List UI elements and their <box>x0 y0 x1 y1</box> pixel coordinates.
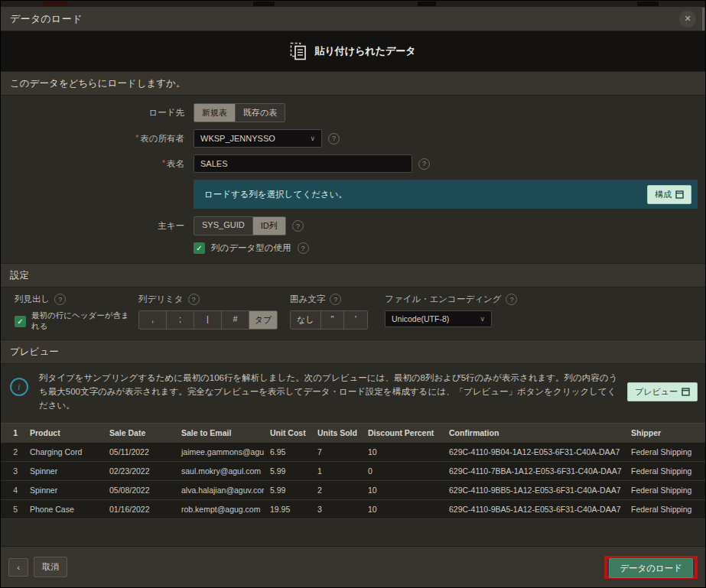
dialog-title-bar: データのロード ✕ <box>1 7 705 31</box>
col-discount-percent: Discount Percent <box>362 424 443 442</box>
pasted-data-label: 貼り付けられたデータ <box>314 44 415 58</box>
use-column-types-label: 列のデータ型の使用 <box>211 242 291 254</box>
back-button[interactable]: ‹ <box>8 558 28 577</box>
preview-button[interactable]: プレビュー <box>627 382 698 401</box>
preview-info-text: 列タイプをサンプリングするために最初の106行を解析しました。次のプレビューには… <box>39 372 620 412</box>
table-owner-label: *表の所有者 <box>1 133 184 145</box>
required-marker: * <box>162 158 165 167</box>
encoding-label: ファイル・エンコーディング <box>385 294 501 305</box>
col-units-sold: Units Sold <box>311 424 362 442</box>
background-fragment <box>637 2 659 6</box>
table-owner-row: *表の所有者 WKSP_JENNYSSO ∨ ? <box>1 129 705 148</box>
first-row-header-label: 最初の行にヘッダーが含まれる <box>31 310 131 332</box>
sys-guid-option[interactable]: SYS_GUID <box>194 217 253 235</box>
table-name-row: *表名 ? <box>1 154 705 173</box>
scrollbar-fragment <box>702 8 704 31</box>
delimiter-help-icon[interactable]: ? <box>188 294 200 305</box>
background-fragment <box>253 2 275 6</box>
settings-form: 列見出し ? ✓ 最初の行にヘッダーが含まれる 列デリミタ ? , ; | # … <box>1 288 705 339</box>
preview-info: i 列タイプをサンプリングするために最初の106行を解析しました。次のプレビュー… <box>1 364 705 418</box>
load-data-dialog: データのロード ✕ 貼り付けられたデータ このデータをどちらにロードしますか。 … <box>0 0 706 588</box>
delimiter-hash[interactable]: # <box>222 311 249 329</box>
delimiter-group: 列デリミタ ? , ; | # タブ <box>138 294 278 332</box>
primary-key-toggle: SYS_GUID ID列 <box>194 216 286 236</box>
load-destination-form: ロード先 新規表 既存の表 *表の所有者 WKSP_JENNYSSO ∨ ? *… <box>1 96 705 263</box>
encoding-select[interactable]: Unicode(UTF-8) ∨ <box>385 310 492 327</box>
load-destination-heading: このデータをどちらにロードしますか。 <box>1 71 705 96</box>
column-header-group: 列見出し ? ✓ 最初の行にヘッダーが含まれる <box>15 294 131 332</box>
cancel-button[interactable]: 取消 <box>34 557 67 577</box>
primary-key-label: 主キー <box>1 220 184 232</box>
notice-message: ロードする列を選択してください。 <box>204 189 347 200</box>
table-name-help-icon[interactable]: ? <box>418 158 430 170</box>
preview-heading: プレビュー <box>1 339 705 364</box>
delimiter-comma[interactable]: , <box>139 311 167 329</box>
use-column-types-row: ✓ 列のデータ型の使用 ? <box>1 242 705 254</box>
dialog-footer: ‹ 取消 データのロード <box>1 546 705 587</box>
configure-dialog-icon <box>675 190 684 199</box>
preview-table: 1 Product Sale Date Sale to Email Unit C… <box>1 423 705 519</box>
empty-area <box>1 519 705 546</box>
info-icon: i <box>10 378 28 396</box>
pasted-data-banner: 貼り付けられたデータ <box>1 31 705 71</box>
enclosure-none[interactable]: なし <box>291 311 321 329</box>
enclosure-group: 囲み文字 ? なし " ' <box>290 294 368 332</box>
table-owner-help-icon[interactable]: ? <box>328 133 340 145</box>
red-highlight-annotation: データのロード <box>604 556 698 579</box>
delimiter-tab[interactable]: タブ <box>249 311 277 329</box>
chevron-down-icon: ∨ <box>301 135 315 142</box>
close-icon[interactable]: ✕ <box>679 11 696 28</box>
pasted-data-icon <box>290 42 307 60</box>
column-header-help-icon[interactable]: ? <box>54 294 66 305</box>
delimiter-label: 列デリミタ <box>138 294 184 305</box>
encoding-group: ファイル・エンコーディング ? Unicode(UTF-8) ∨ <box>385 294 517 332</box>
table-name-input[interactable] <box>194 154 412 173</box>
table-row: 4 Spinner 05/08/2022 alva.halajian@aguv.… <box>1 481 705 500</box>
new-table-option[interactable]: 新規表 <box>194 104 236 122</box>
enclosure-toggle: なし " ' <box>290 310 368 330</box>
col-sale-to-email: Sale to Email <box>175 424 264 442</box>
delimiter-toggle: , ; | # タブ <box>138 310 278 330</box>
col-shipper: Shipper <box>625 424 705 442</box>
required-marker: * <box>135 133 138 142</box>
background-fragment <box>43 2 67 6</box>
background-fragment <box>418 2 436 6</box>
table-row: 3 Spinner 02/23/2022 saul.mokry@agul.com… <box>1 462 705 481</box>
enclosure-double-quote[interactable]: " <box>321 311 344 329</box>
preview-dialog-icon <box>682 388 690 396</box>
enclosure-label: 囲み文字 <box>290 294 325 305</box>
configure-button[interactable]: 構成 <box>647 185 691 204</box>
table-row: 5 Phone Case 01/16/2022 rob.kempt@agug.c… <box>1 500 705 519</box>
table-name-label: *表名 <box>1 158 184 170</box>
chevron-down-icon: ∨ <box>470 315 485 323</box>
load-data-button[interactable]: データのロード <box>609 558 693 578</box>
col-sale-date: Sale Date <box>103 424 175 442</box>
existing-table-option[interactable]: 既存の表 <box>236 104 285 122</box>
encoding-help-icon[interactable]: ? <box>506 294 517 305</box>
table-header-row: 1 Product Sale Date Sale to Email Unit C… <box>1 424 705 443</box>
table-owner-select[interactable]: WKSP_JENNYSSO ∨ <box>194 129 322 148</box>
first-row-header-checkbox[interactable]: ✓ <box>15 316 26 327</box>
column-header-label: 列見出し <box>15 294 50 305</box>
col-unit-cost: Unit Cost <box>264 424 311 442</box>
col-product: Product <box>24 424 103 442</box>
table-row: 2 Charging Cord 05/11/2022 jaimee.gammon… <box>1 443 705 462</box>
background-page-strip <box>1 1 705 7</box>
use-column-types-checkbox[interactable]: ✓ <box>194 242 205 254</box>
load-to-toggle: 新規表 既存の表 <box>194 103 285 122</box>
primary-key-help-icon[interactable]: ? <box>292 220 304 232</box>
enclosure-single-quote[interactable]: ' <box>344 311 367 329</box>
enclosure-help-icon[interactable]: ? <box>330 294 341 305</box>
delimiter-pipe[interactable]: | <box>194 311 222 329</box>
use-column-types-help-icon[interactable]: ? <box>298 242 309 254</box>
load-to-row: ロード先 新規表 既存の表 <box>1 103 705 122</box>
select-columns-notice: ロードする列を選択してください。 構成 <box>194 180 698 209</box>
col-confirmation: Confirmation <box>443 424 625 442</box>
dialog-title: データのロード <box>10 12 83 26</box>
settings-heading: 設定 <box>1 263 705 288</box>
load-to-label: ロード先 <box>1 107 184 119</box>
delimiter-semicolon[interactable]: ; <box>167 311 194 329</box>
primary-key-row: 主キー SYS_GUID ID列 ? <box>1 216 705 236</box>
id-column-option[interactable]: ID列 <box>253 217 285 235</box>
